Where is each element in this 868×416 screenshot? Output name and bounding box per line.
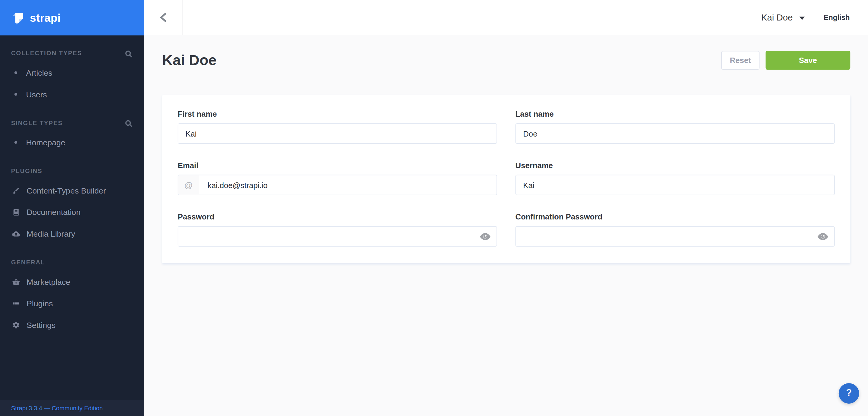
topbar-right: Kai Doe English	[761, 0, 868, 35]
confirmation-password-input[interactable]	[516, 227, 834, 246]
cloud-upload-icon	[12, 230, 20, 238]
sidebar-item-label: Marketplace	[27, 277, 70, 286]
sidebar-item-documentation[interactable]: Documentation	[0, 201, 144, 223]
input-wrap	[516, 175, 835, 195]
form-grid: First nameLast nameEmail@UsernamePasswor…	[178, 109, 835, 247]
user-menu[interactable]: Kai Doe	[761, 12, 805, 22]
section-header: GENERAL	[0, 258, 144, 267]
field-password: Password	[178, 212, 497, 247]
title-row: Kai Doe Reset Save	[162, 51, 850, 70]
page-title: Kai Doe	[162, 51, 216, 69]
paintbrush-icon	[12, 186, 20, 195]
sidebar-item-label: Plugins	[27, 299, 53, 308]
bullet-icon	[14, 71, 17, 74]
topbar-divider	[814, 10, 814, 25]
section-header: PLUGINS	[0, 166, 144, 175]
sidebar-footer: Strapi 3.3.4 — Community Edition	[0, 400, 144, 416]
save-button[interactable]: Save	[766, 51, 850, 70]
input-wrap	[516, 123, 835, 144]
basket-icon	[12, 278, 20, 286]
sidebar-nav: COLLECTION TYPESArticlesUsersSINGLE TYPE…	[0, 48, 144, 336]
section-title: GENERAL	[11, 258, 45, 265]
book-icon	[12, 208, 20, 216]
edit-form-card: First nameLast nameEmail@UsernamePasswor…	[162, 95, 850, 263]
section-title: PLUGINS	[11, 168, 42, 174]
sidebar-section-general: GENERALMarketplacePluginsSettings	[0, 258, 144, 336]
sidebar-item-content-types-builder[interactable]: Content-Types Builder	[0, 180, 144, 201]
nav-items: MarketplacePluginsSettings	[0, 271, 144, 336]
reset-button[interactable]: Reset	[721, 51, 760, 70]
field-email: Email@	[178, 161, 497, 195]
search-icon[interactable]	[125, 49, 132, 57]
bullet-icon	[14, 93, 17, 96]
sidebar-item-label: Homepage	[26, 138, 65, 147]
user-name: Kai Doe	[761, 12, 793, 22]
sidebar-item-label: Media Library	[27, 229, 75, 238]
chevron-down-icon	[800, 16, 805, 20]
field-first-name: First name	[178, 109, 497, 144]
input-wrap	[516, 226, 835, 247]
bullet-icon	[14, 141, 17, 144]
input-wrap: @	[178, 175, 497, 195]
input-wrap	[178, 123, 497, 144]
email-input[interactable]	[198, 175, 496, 195]
field-label: Password	[178, 212, 497, 221]
sidebar-item-label: Articles	[26, 68, 52, 77]
nav-items: ArticlesUsers	[0, 62, 144, 105]
list-icon	[12, 299, 20, 307]
sidebar-item-settings[interactable]: Settings	[0, 314, 144, 336]
strapi-logo-icon	[11, 11, 25, 25]
sidebar-section-plugins: PLUGINSContent-Types BuilderDocumentatio…	[0, 166, 144, 244]
sidebar-item-label: Users	[26, 90, 47, 99]
gear-icon	[12, 321, 20, 329]
section-header: SINGLE TYPES	[0, 118, 144, 127]
nav-items: Homepage	[0, 132, 144, 153]
first-name-input[interactable]	[178, 124, 497, 143]
username-input[interactable]	[516, 175, 834, 195]
at-sign-addon: @	[178, 175, 199, 195]
sidebar-item-label: Content-Types Builder	[27, 186, 106, 195]
topbar: Kai Doe English	[144, 0, 868, 35]
sidebar: strapi COLLECTION TYPESArticlesUsersSING…	[0, 0, 144, 416]
sidebar-section-collection-types: COLLECTION TYPESArticlesUsers	[0, 48, 144, 105]
eye-icon[interactable]	[480, 233, 490, 240]
eye-icon[interactable]	[817, 233, 828, 240]
sidebar-section-single-types: SINGLE TYPESHomepage	[0, 118, 144, 153]
sidebar-item-marketplace[interactable]: Marketplace	[0, 271, 144, 293]
version-link[interactable]: Strapi 3.3.4 — Community Edition	[11, 405, 103, 411]
search-icon[interactable]	[125, 119, 132, 126]
strapi-logo-text: strapi	[30, 11, 61, 24]
sidebar-item-label: Documentation	[27, 208, 81, 216]
language-selector[interactable]: English	[824, 13, 849, 22]
sidebar-item-plugins[interactable]: Plugins	[0, 292, 144, 314]
password-input[interactable]	[178, 227, 497, 246]
help-button[interactable]: ?	[839, 383, 859, 403]
sidebar-item-label: Settings	[27, 320, 56, 329]
field-label: Last name	[516, 109, 835, 118]
field-confirmation-password: Confirmation Password	[516, 212, 835, 247]
app-window: strapi COLLECTION TYPESArticlesUsersSING…	[0, 0, 868, 416]
field-label: Confirmation Password	[516, 212, 835, 221]
content: Kai Doe Reset Save First nameLast nameEm…	[144, 35, 868, 416]
sidebar-item-homepage[interactable]: Homepage	[0, 132, 144, 153]
section-title: COLLECTION TYPES	[11, 50, 82, 56]
main-area: Kai Doe English Kai Doe Reset Save First…	[144, 0, 868, 416]
field-label: Email	[178, 161, 497, 170]
field-username: Username	[516, 161, 835, 195]
field-last-name: Last name	[516, 109, 835, 144]
input-wrap	[178, 226, 497, 247]
sidebar-item-media-library[interactable]: Media Library	[0, 223, 144, 244]
question-mark-icon: ?	[846, 388, 852, 399]
sidebar-item-articles[interactable]: Articles	[0, 62, 144, 83]
header-actions: Reset Save	[721, 51, 850, 70]
last-name-input[interactable]	[516, 124, 834, 143]
chevron-left-icon	[159, 13, 166, 22]
back-button[interactable]	[144, 0, 183, 35]
nav-items: Content-Types BuilderDocumentationMedia …	[0, 180, 144, 244]
sidebar-item-users[interactable]: Users	[0, 83, 144, 105]
section-title: SINGLE TYPES	[11, 119, 63, 126]
section-header: COLLECTION TYPES	[0, 48, 144, 57]
strapi-logo[interactable]: strapi	[0, 0, 144, 35]
field-label: First name	[178, 109, 497, 118]
field-label: Username	[516, 161, 835, 170]
